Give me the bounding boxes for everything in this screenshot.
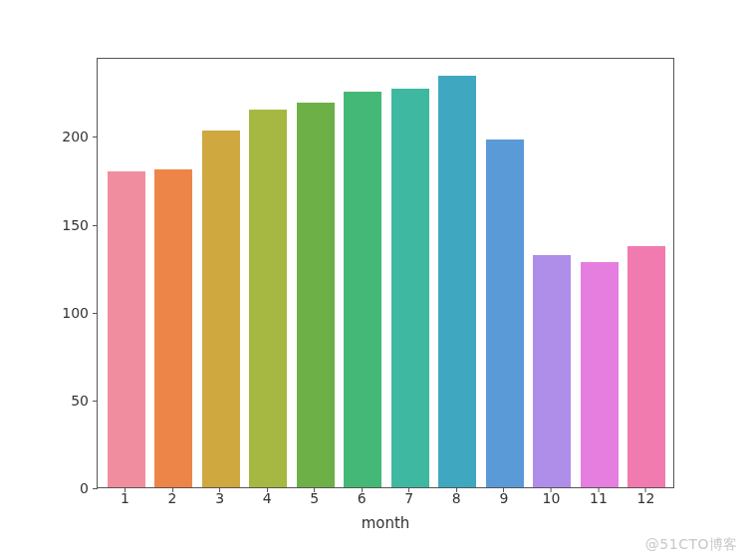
bar: [108, 171, 145, 487]
y-tick-mark: [93, 401, 98, 402]
bars-container: [98, 59, 673, 487]
x-tick-mark: [408, 487, 409, 492]
x-tick-mark: [125, 487, 125, 492]
x-tick: 3: [215, 490, 224, 506]
x-tick: 12: [637, 490, 655, 506]
watermark-text: @51CTO博客: [645, 536, 738, 554]
bar: [154, 169, 192, 487]
y-tick-label: 0: [80, 480, 89, 496]
x-tick-label: 10: [542, 490, 560, 506]
y-tick: 200: [0, 129, 97, 144]
y-tick-label: 100: [62, 305, 89, 321]
x-tick-label: 2: [168, 490, 177, 506]
bar: [249, 110, 287, 487]
bar: [202, 131, 240, 487]
x-tick-mark: [645, 487, 646, 492]
y-tick: 0: [0, 480, 97, 496]
x-tick-mark: [456, 487, 457, 492]
x-tick-label: 9: [499, 490, 508, 506]
chart-figure: 050100150200 123456789101112 month @51CT…: [0, 0, 748, 560]
x-tick: 2: [168, 490, 177, 506]
bar: [438, 76, 476, 487]
bar: [297, 103, 335, 487]
x-tick-label: 6: [358, 490, 367, 506]
bar: [533, 255, 571, 487]
y-tick-label: 150: [62, 217, 89, 233]
y-tick-mark: [93, 313, 98, 314]
x-axis-label: month: [97, 514, 674, 532]
x-tick: 9: [499, 490, 508, 506]
x-tick-label: 8: [452, 490, 461, 506]
x-tick-label: 11: [590, 490, 608, 506]
x-tick: 10: [542, 490, 560, 506]
y-tick: 150: [0, 217, 97, 233]
x-tick: 11: [590, 490, 608, 506]
y-tick: 100: [0, 305, 97, 321]
x-tick-label: 12: [637, 490, 655, 506]
x-tick-mark: [314, 487, 315, 492]
x-tick-mark: [219, 487, 220, 492]
y-tick: 50: [0, 393, 97, 409]
x-tick-mark: [172, 487, 173, 492]
x-tick-label: 1: [121, 490, 129, 506]
x-tick-mark: [551, 487, 552, 492]
y-tick-label: 50: [71, 393, 89, 409]
y-tick-mark: [93, 225, 98, 226]
x-tick-mark: [362, 487, 363, 492]
x-tick: 6: [358, 490, 367, 506]
y-tick-mark: [93, 488, 98, 489]
x-tick: 8: [452, 490, 461, 506]
x-tick-label: 4: [263, 490, 272, 506]
y-tick-mark: [93, 137, 98, 138]
x-tick-mark: [267, 487, 268, 492]
x-tick-label: 5: [310, 490, 319, 506]
bar: [344, 92, 381, 487]
x-tick-label: 3: [215, 490, 224, 506]
x-tick: 1: [121, 490, 129, 506]
x-tick-mark: [598, 487, 599, 492]
x-tick: 5: [310, 490, 319, 506]
x-tick-label: 7: [404, 490, 413, 506]
bar: [581, 262, 619, 487]
bar: [486, 140, 524, 487]
plot-area: [97, 58, 674, 488]
bar: [627, 246, 665, 487]
x-tick-mark: [503, 487, 504, 492]
y-tick-label: 200: [62, 129, 89, 144]
bar: [391, 89, 429, 487]
x-tick: 4: [263, 490, 272, 506]
x-tick: 7: [404, 490, 413, 506]
